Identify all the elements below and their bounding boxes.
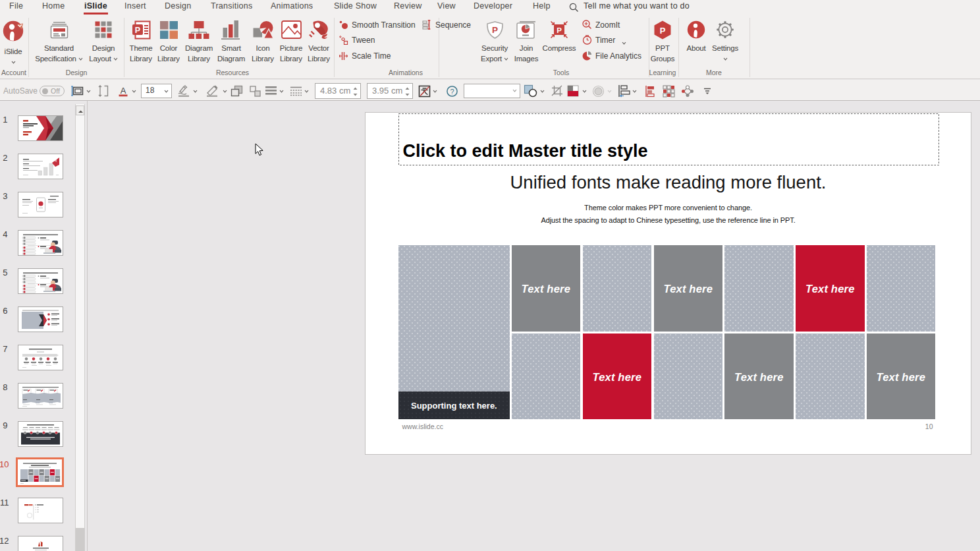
svg-text:P: P	[491, 25, 497, 35]
svg-text:P: P	[660, 25, 666, 35]
svg-text:P: P	[557, 26, 562, 34]
svg-text:A: A	[121, 86, 126, 96]
svg-text:P: P	[134, 25, 140, 34]
svg-text:?: ?	[450, 87, 454, 95]
